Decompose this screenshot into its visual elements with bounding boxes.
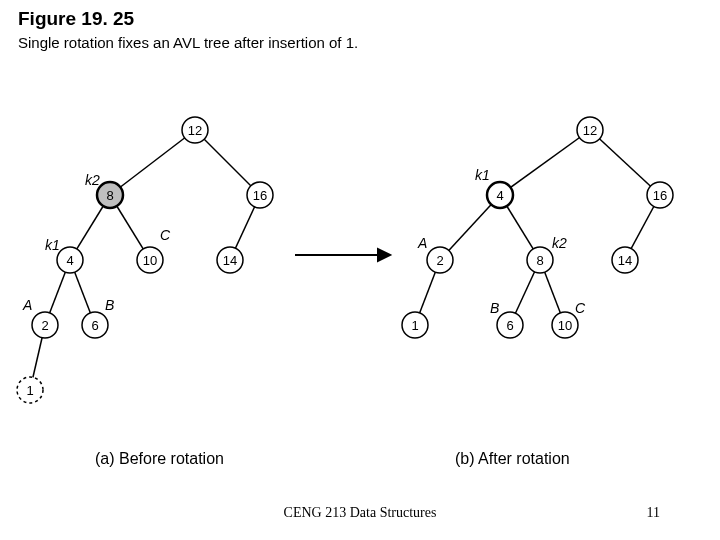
- svg-marker-27: [378, 249, 390, 261]
- label-k2: k2: [552, 235, 567, 251]
- node-14: 14: [612, 247, 638, 273]
- node-12: 12: [577, 117, 603, 143]
- tree-after: 12 4 16 2 8 14 1 6: [402, 117, 673, 338]
- label-C: C: [160, 227, 171, 243]
- svg-text:1: 1: [411, 318, 418, 333]
- node-16: 16: [647, 182, 673, 208]
- node-2: 2: [32, 312, 58, 338]
- figure-caption: Single rotation fixes an AVL tree after …: [18, 34, 358, 51]
- tree-before: 12 8 16 4 10 14 2 6: [17, 117, 273, 403]
- svg-text:6: 6: [91, 318, 98, 333]
- svg-text:4: 4: [496, 188, 503, 203]
- svg-line-28: [500, 130, 590, 195]
- rotation-arrow-icon: [295, 249, 390, 261]
- node-4-k1: 4: [487, 182, 513, 208]
- svg-text:4: 4: [66, 253, 73, 268]
- node-1-inserted: 1: [17, 377, 43, 403]
- label-k1: k1: [475, 167, 490, 183]
- label-A: A: [417, 235, 427, 251]
- node-1: 1: [402, 312, 428, 338]
- node-16: 16: [247, 182, 273, 208]
- node-8-highlighted: 8: [97, 182, 123, 208]
- label-B: B: [490, 300, 499, 316]
- svg-text:10: 10: [143, 253, 157, 268]
- label-B: B: [105, 297, 114, 313]
- svg-text:8: 8: [106, 188, 113, 203]
- svg-line-29: [590, 130, 660, 195]
- svg-text:10: 10: [558, 318, 572, 333]
- node-10: 10: [137, 247, 163, 273]
- slide-number: 11: [647, 505, 660, 521]
- svg-text:2: 2: [436, 253, 443, 268]
- label-k2: k2: [85, 172, 100, 188]
- svg-line-1: [195, 130, 260, 195]
- svg-text:2: 2: [41, 318, 48, 333]
- node-2: 2: [427, 247, 453, 273]
- caption-after: (b) After rotation: [455, 450, 570, 468]
- trees-diagram: 12 8 16 4 10 14 2 6: [0, 100, 720, 424]
- label-C: C: [575, 300, 586, 316]
- figure-number: Figure 19. 25: [18, 8, 134, 30]
- node-6: 6: [497, 312, 523, 338]
- label-k1: k1: [45, 237, 60, 253]
- svg-text:6: 6: [506, 318, 513, 333]
- svg-text:16: 16: [253, 188, 267, 203]
- footer-course: CENG 213 Data Structures: [0, 505, 720, 521]
- svg-text:1: 1: [26, 383, 33, 398]
- svg-text:16: 16: [653, 188, 667, 203]
- node-6: 6: [82, 312, 108, 338]
- label-A: A: [22, 297, 32, 313]
- svg-text:12: 12: [188, 123, 202, 138]
- svg-text:14: 14: [223, 253, 237, 268]
- svg-text:12: 12: [583, 123, 597, 138]
- svg-line-0: [110, 130, 195, 195]
- caption-before: (a) Before rotation: [95, 450, 224, 468]
- svg-text:8: 8: [536, 253, 543, 268]
- node-4: 4: [57, 247, 83, 273]
- node-14: 14: [217, 247, 243, 273]
- node-8-k2: 8: [527, 247, 553, 273]
- node-12: 12: [182, 117, 208, 143]
- svg-text:14: 14: [618, 253, 632, 268]
